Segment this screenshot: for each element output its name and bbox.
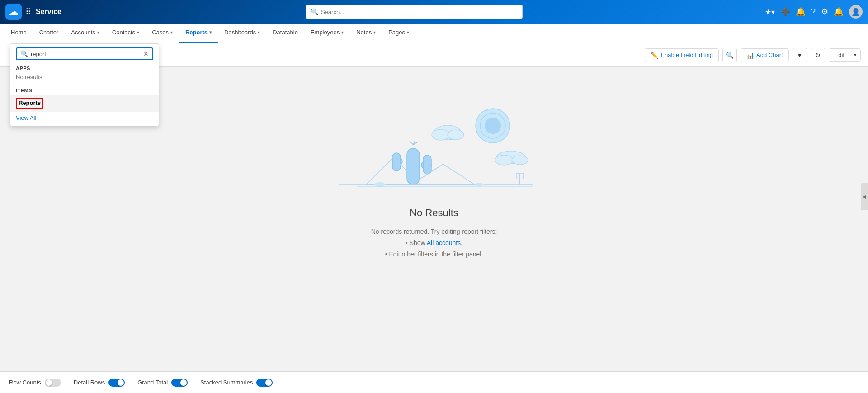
no-results-bullet2-line: • Edit other filters in the filter panel… <box>371 249 497 260</box>
search-dropdown-header: 🔍 report ✕ <box>10 44 159 62</box>
tab-reports[interactable]: Reports ▾ <box>179 23 218 43</box>
no-results-description: No records returned. Try editing report … <box>371 226 497 260</box>
no-results-desc-line1: No records returned. Try editing report … <box>371 226 497 237</box>
detail-rows-toggle[interactable] <box>108 379 125 387</box>
sidebar-collapse-tab[interactable]: ◀ <box>861 183 868 210</box>
tab-notes[interactable]: Notes ▾ <box>350 23 382 43</box>
svg-point-9 <box>512 156 528 165</box>
stacked-summaries-toggle[interactable] <box>256 379 273 387</box>
stacked-summaries-label: Stacked Summaries <box>200 379 253 386</box>
tab-chatter-label: Chatter <box>39 29 59 36</box>
search-clear-button[interactable]: ✕ <box>143 50 149 57</box>
stacked-summaries-thumb <box>265 379 272 386</box>
search-dropdown: 🔍 report ✕ Apps No results Items Reports… <box>10 43 159 126</box>
tab-contacts[interactable]: Contacts ▾ <box>106 23 146 43</box>
pencil-icon: ✏️ <box>651 52 658 59</box>
filter-panel-text: Edit other filters in the filter panel. <box>389 251 483 258</box>
svg-point-6 <box>448 130 464 140</box>
add-chart-button[interactable]: 📊 Add Chart <box>741 48 789 62</box>
bullet2-text: • <box>385 251 389 258</box>
bullet1-text: • <box>406 239 410 246</box>
svg-marker-19 <box>411 164 475 185</box>
grand-total-track[interactable] <box>171 379 188 387</box>
dropdown-items-label: Items <box>10 84 159 95</box>
notifications-icon[interactable]: 🔔 <box>796 7 806 17</box>
tab-accounts[interactable]: Accounts ▾ <box>65 23 105 43</box>
detail-rows-track[interactable] <box>108 379 125 387</box>
grand-total-label: Grand Total <box>137 379 168 386</box>
dropdown-apps-label: Apps <box>10 62 159 73</box>
nav-icon-group: ★▾ ➕ 🔔 ? ⚙ 🔔 👤 <box>765 5 863 19</box>
search-toolbar-icon: 🔍 <box>726 52 734 59</box>
tab-home[interactable]: Home <box>5 23 33 43</box>
notes-chevron-icon: ▾ <box>373 30 376 35</box>
refresh-icon: ↻ <box>815 52 821 59</box>
row-counts-label: Row Counts <box>9 379 41 386</box>
tab-employees[interactable]: Employees ▾ <box>304 23 350 43</box>
detail-rows-toggle-item: Detail Rows <box>74 379 125 387</box>
tab-employees-label: Employees <box>311 29 340 36</box>
svg-rect-12 <box>392 153 401 171</box>
tab-cases[interactable]: Cases ▾ <box>146 23 179 43</box>
bell-icon[interactable]: 🔔 <box>834 7 844 17</box>
enable-field-editing-button[interactable]: ✏️ Enable Field Editing <box>645 48 719 62</box>
stacked-summaries-track[interactable] <box>256 379 273 387</box>
grand-total-toggle[interactable] <box>171 379 188 387</box>
bottom-bar: Row Counts Detail Rows Grand Total Stack… <box>0 371 868 393</box>
tab-dashboards-label: Dashboards <box>224 29 256 36</box>
tab-chatter[interactable]: Chatter <box>33 23 65 43</box>
cases-chevron-icon: ▾ <box>170 30 173 35</box>
filter-button[interactable]: ▼ <box>793 48 807 62</box>
search-icon: 🔍 <box>311 8 318 15</box>
row-counts-toggle[interactable] <box>45 379 61 387</box>
favorites-icon[interactable]: ★▾ <box>765 8 775 16</box>
svg-point-24 <box>374 182 385 187</box>
tab-notes-label: Notes <box>356 29 372 36</box>
edit-dropdown-button[interactable]: ▾ <box>850 49 860 61</box>
all-accounts-link[interactable]: All accounts. <box>427 239 462 246</box>
row-counts-toggle-item: Row Counts <box>9 379 61 387</box>
reports-chevron-icon: ▾ <box>209 30 212 35</box>
cloud-icon: ☁ <box>9 6 19 18</box>
tab-datatable[interactable]: Datatable <box>266 23 304 43</box>
empty-state-illustration <box>321 94 547 198</box>
detail-rows-thumb <box>118 379 124 386</box>
refresh-button[interactable]: ↻ <box>811 48 825 62</box>
tab-accounts-label: Accounts <box>71 29 95 36</box>
grid-icon[interactable]: ⠿ <box>25 7 31 17</box>
search-dropdown-input-wrap[interactable]: 🔍 report ✕ <box>16 47 153 60</box>
tab-pages[interactable]: Pages ▾ <box>382 23 415 43</box>
add-chart-label: Add Chart <box>756 52 783 58</box>
row-counts-track[interactable] <box>45 379 61 387</box>
salesforce-logo[interactable]: ☁ <box>5 4 22 20</box>
dropdown-reports-box: Reports <box>16 98 43 109</box>
tab-dashboards[interactable]: Dashboards ▾ <box>218 23 266 43</box>
tab-contacts-label: Contacts <box>112 29 135 36</box>
svg-point-3 <box>485 118 501 134</box>
tab-pages-label: Pages <box>388 29 405 36</box>
dropdown-apps-no-results: No results <box>10 73 159 84</box>
pages-chevron-icon: ▾ <box>407 30 409 35</box>
global-search-input[interactable] <box>321 9 518 15</box>
row-counts-thumb <box>46 379 52 386</box>
help-icon[interactable]: ? <box>811 7 816 17</box>
dropdown-item-reports[interactable]: Reports <box>10 95 159 112</box>
user-avatar[interactable]: 👤 <box>849 5 863 19</box>
app-name: Service <box>36 8 61 16</box>
search-toolbar-button[interactable]: 🔍 <box>722 48 737 62</box>
stacked-summaries-toggle-item: Stacked Summaries <box>200 379 273 387</box>
grand-total-toggle-item: Grand Total <box>137 379 188 387</box>
edit-button[interactable]: Edit <box>829 49 850 61</box>
nav-tabs-bar: Home Chatter Accounts ▾ Contacts ▾ Cases… <box>0 24 868 43</box>
sidebar-chevron-icon: ◀ <box>863 194 866 199</box>
settings-icon[interactable]: ⚙ <box>821 7 828 17</box>
chart-icon: 📊 <box>746 52 754 59</box>
search-wrap: 🔍 <box>71 5 758 19</box>
add-icon[interactable]: ➕ <box>780 7 790 17</box>
search-dropdown-input[interactable]: report <box>31 51 141 57</box>
enable-field-editing-label: Enable Field Editing <box>660 52 713 58</box>
no-results-title: No Results <box>410 207 458 219</box>
dropdown-view-all[interactable]: View All <box>10 112 159 126</box>
global-search-bar[interactable]: 🔍 <box>306 5 523 19</box>
svg-point-5 <box>432 129 450 140</box>
